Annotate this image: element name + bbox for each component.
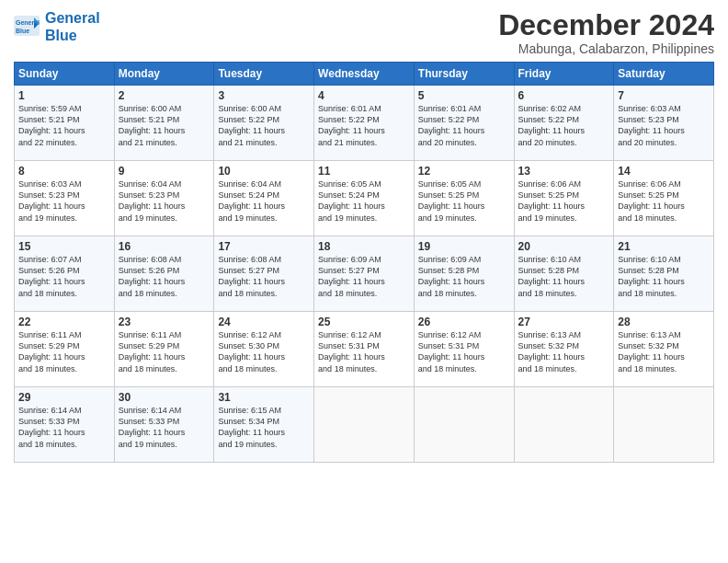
week-row-2: 8Sunrise: 6:03 AMSunset: 5:23 PMDaylight… (15, 161, 714, 236)
calendar-page: General Blue General Blue December 2024 … (0, 0, 728, 563)
day-number: 13 (518, 165, 610, 178)
day-cell: 15Sunrise: 6:07 AMSunset: 5:26 PMDayligh… (15, 236, 115, 312)
day-info: Sunrise: 6:05 AMSunset: 5:24 PMDaylight:… (318, 178, 410, 224)
day-cell: 25Sunrise: 6:12 AMSunset: 5:31 PMDayligh… (314, 312, 415, 387)
day-cell: 11Sunrise: 6:05 AMSunset: 5:24 PMDayligh… (314, 161, 415, 236)
day-number: 24 (218, 316, 310, 328)
day-number: 14 (618, 165, 710, 178)
header-cell-sunday: Sunday (15, 63, 115, 86)
day-info: Sunrise: 6:11 AMSunset: 5:29 PMDaylight:… (18, 329, 110, 374)
day-number: 2 (119, 89, 210, 102)
day-cell (614, 387, 714, 463)
day-cell: 12Sunrise: 6:05 AMSunset: 5:25 PMDayligh… (414, 161, 514, 236)
day-cell: 23Sunrise: 6:11 AMSunset: 5:29 PMDayligh… (114, 312, 214, 387)
week-row-1: 1Sunrise: 5:59 AMSunset: 5:21 PMDaylight… (15, 86, 714, 161)
calendar-table: SundayMondayTuesdayWednesdayThursdayFrid… (14, 62, 714, 463)
day-info: Sunrise: 6:12 AMSunset: 5:30 PMDaylight:… (218, 329, 310, 374)
day-number: 22 (18, 316, 110, 328)
day-cell: 10Sunrise: 6:04 AMSunset: 5:24 PMDayligh… (214, 161, 314, 236)
day-cell: 19Sunrise: 6:09 AMSunset: 5:28 PMDayligh… (414, 236, 514, 312)
day-cell: 6Sunrise: 6:02 AMSunset: 5:22 PMDaylight… (514, 86, 614, 161)
day-number: 10 (218, 165, 310, 178)
day-info: Sunrise: 6:12 AMSunset: 5:31 PMDaylight:… (318, 329, 410, 374)
day-number: 18 (318, 240, 410, 253)
month-title: December 2024 (498, 9, 714, 41)
day-info: Sunrise: 6:13 AMSunset: 5:32 PMDaylight:… (618, 329, 710, 374)
header-row: SundayMondayTuesdayWednesdayThursdayFrid… (15, 63, 714, 86)
day-cell: 27Sunrise: 6:13 AMSunset: 5:32 PMDayligh… (514, 312, 614, 387)
logo-text: General Blue (45, 9, 100, 44)
day-info: Sunrise: 6:04 AMSunset: 5:24 PMDaylight:… (218, 178, 310, 224)
day-info: Sunrise: 6:12 AMSunset: 5:31 PMDaylight:… (418, 329, 510, 374)
day-cell: 20Sunrise: 6:10 AMSunset: 5:28 PMDayligh… (514, 236, 614, 312)
week-row-4: 22Sunrise: 6:11 AMSunset: 5:29 PMDayligh… (15, 312, 714, 387)
day-info: Sunrise: 6:08 AMSunset: 5:26 PMDaylight:… (119, 254, 210, 299)
day-info: Sunrise: 6:09 AMSunset: 5:28 PMDaylight:… (418, 254, 510, 299)
day-number: 8 (18, 165, 110, 178)
day-cell: 24Sunrise: 6:12 AMSunset: 5:30 PMDayligh… (214, 312, 314, 387)
day-cell: 1Sunrise: 5:59 AMSunset: 5:21 PMDaylight… (15, 86, 115, 161)
day-cell: 31Sunrise: 6:15 AMSunset: 5:34 PMDayligh… (214, 387, 314, 463)
day-info: Sunrise: 6:10 AMSunset: 5:28 PMDaylight:… (518, 254, 610, 299)
day-number: 4 (318, 89, 410, 102)
day-info: Sunrise: 6:08 AMSunset: 5:27 PMDaylight:… (218, 254, 310, 299)
day-cell: 30Sunrise: 6:14 AMSunset: 5:33 PMDayligh… (114, 387, 214, 463)
day-cell: 28Sunrise: 6:13 AMSunset: 5:32 PMDayligh… (614, 312, 714, 387)
day-number: 29 (18, 391, 110, 404)
day-cell: 22Sunrise: 6:11 AMSunset: 5:29 PMDayligh… (15, 312, 115, 387)
day-number: 9 (119, 165, 210, 178)
day-number: 27 (518, 316, 610, 328)
day-info: Sunrise: 6:14 AMSunset: 5:33 PMDaylight:… (18, 405, 110, 450)
day-number: 15 (18, 240, 110, 253)
day-cell: 29Sunrise: 6:14 AMSunset: 5:33 PMDayligh… (15, 387, 115, 463)
logo: General Blue General Blue (14, 9, 100, 44)
day-cell: 13Sunrise: 6:06 AMSunset: 5:25 PMDayligh… (514, 161, 614, 236)
day-cell: 26Sunrise: 6:12 AMSunset: 5:31 PMDayligh… (414, 312, 514, 387)
day-number: 11 (318, 165, 410, 178)
day-number: 16 (119, 240, 210, 253)
day-info: Sunrise: 6:01 AMSunset: 5:22 PMDaylight:… (318, 103, 410, 148)
day-number: 19 (418, 240, 510, 253)
day-cell (514, 387, 614, 463)
day-cell: 7Sunrise: 6:03 AMSunset: 5:23 PMDaylight… (614, 86, 714, 161)
day-number: 12 (418, 165, 510, 178)
day-number: 3 (218, 89, 310, 102)
header-cell-friday: Friday (514, 63, 614, 86)
header-cell-wednesday: Wednesday (314, 63, 415, 86)
day-info: Sunrise: 6:02 AMSunset: 5:22 PMDaylight:… (518, 103, 610, 148)
svg-text:Blue: Blue (16, 28, 29, 34)
day-info: Sunrise: 6:04 AMSunset: 5:23 PMDaylight:… (119, 178, 210, 224)
day-number: 1 (18, 89, 110, 102)
day-info: Sunrise: 6:07 AMSunset: 5:26 PMDaylight:… (18, 254, 110, 299)
day-info: Sunrise: 6:09 AMSunset: 5:27 PMDaylight:… (318, 254, 410, 299)
header-cell-thursday: Thursday (414, 63, 514, 86)
day-info: Sunrise: 6:06 AMSunset: 5:25 PMDaylight:… (618, 178, 710, 224)
day-info: Sunrise: 6:00 AMSunset: 5:22 PMDaylight:… (218, 103, 310, 148)
day-number: 17 (218, 240, 310, 253)
day-info: Sunrise: 6:01 AMSunset: 5:22 PMDaylight:… (418, 103, 510, 148)
day-info: Sunrise: 6:03 AMSunset: 5:23 PMDaylight:… (618, 103, 710, 148)
day-cell: 8Sunrise: 6:03 AMSunset: 5:23 PMDaylight… (15, 161, 115, 236)
day-cell (414, 387, 514, 463)
day-cell (314, 387, 415, 463)
day-cell: 4Sunrise: 6:01 AMSunset: 5:22 PMDaylight… (314, 86, 415, 161)
day-number: 6 (518, 89, 610, 102)
day-cell: 21Sunrise: 6:10 AMSunset: 5:28 PMDayligh… (614, 236, 714, 312)
title-block: December 2024 Mabunga, Calabarzon, Phili… (498, 9, 714, 56)
day-number: 25 (318, 316, 410, 328)
day-info: Sunrise: 6:00 AMSunset: 5:21 PMDaylight:… (119, 103, 210, 148)
day-number: 26 (418, 316, 510, 328)
day-number: 21 (618, 240, 710, 253)
day-info: Sunrise: 5:59 AMSunset: 5:21 PMDaylight:… (18, 103, 110, 148)
logo-icon: General Blue (14, 16, 41, 38)
day-number: 7 (618, 89, 710, 102)
day-cell: 5Sunrise: 6:01 AMSunset: 5:22 PMDaylight… (414, 86, 514, 161)
day-cell: 17Sunrise: 6:08 AMSunset: 5:27 PMDayligh… (214, 236, 314, 312)
day-number: 23 (119, 316, 210, 328)
week-row-3: 15Sunrise: 6:07 AMSunset: 5:26 PMDayligh… (15, 236, 714, 312)
day-info: Sunrise: 6:11 AMSunset: 5:29 PMDaylight:… (119, 329, 210, 374)
day-info: Sunrise: 6:10 AMSunset: 5:28 PMDaylight:… (618, 254, 710, 299)
header-cell-saturday: Saturday (614, 63, 714, 86)
day-info: Sunrise: 6:06 AMSunset: 5:25 PMDaylight:… (518, 178, 610, 224)
week-row-5: 29Sunrise: 6:14 AMSunset: 5:33 PMDayligh… (15, 387, 714, 463)
